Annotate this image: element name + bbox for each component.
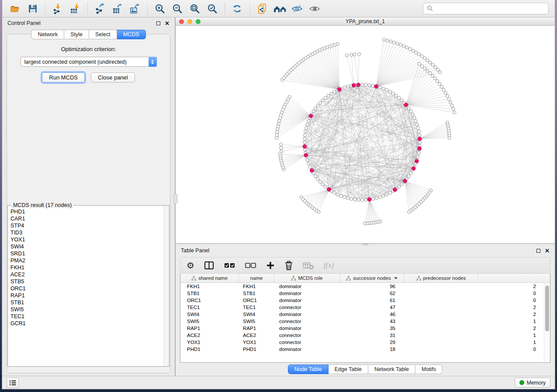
export-network-icon[interactable] [93,3,107,15]
network-graph[interactable] [176,26,555,243]
cell-name: STB1 [239,291,274,296]
table-row[interactable]: STB1STB1dominator620 [180,290,550,297]
run-mcds-button[interactable]: Run MCDS [42,72,85,83]
mcds-result-item[interactable]: PMA2 [10,257,163,264]
mcds-list-scrollbar[interactable] [163,206,169,366]
first-neighbors-icon[interactable] [273,3,286,15]
mcds-result-item[interactable]: RAP1 [10,292,163,299]
memory-button[interactable]: Memory [515,378,550,388]
mcds-result-item[interactable]: YOX1 [10,236,163,243]
table-row[interactable]: TEC1TEC1connector472 [180,304,550,311]
sort-descending-icon [394,277,398,279]
search-box[interactable] [423,3,549,14]
add-column-icon[interactable] [266,260,275,271]
select-all-icon[interactable] [224,260,235,271]
mcds-result-item[interactable]: SWI4 [10,243,163,250]
table-row[interactable]: ACE2ACE2connector311 [180,332,550,339]
panel-splitter-grip[interactable] [173,194,177,203]
mcds-result-item[interactable]: CAR1 [10,215,163,222]
mcds-result-item[interactable]: FKH1 [10,264,163,271]
zoom-selected-icon[interactable] [206,3,219,15]
mcds-result-item[interactable]: ORC1 [10,285,163,292]
cell-mcds-role: connector [274,333,340,338]
maximize-window-icon[interactable] [196,19,201,24]
cell-shared-name: STB1 [180,291,239,296]
export-image-icon[interactable] [128,3,142,15]
cell-successor-nodes: 35 [340,326,404,331]
import-network-icon[interactable] [51,3,64,15]
refresh-layout-icon[interactable] [231,3,244,15]
cell-successor-nodes: 62 [340,291,404,296]
show-all-icon[interactable] [308,3,321,15]
column-header-MCDS-role[interactable]: MCDS role [274,274,340,282]
tab-edge-table[interactable]: Edge Table [329,364,368,374]
close-panel-icon[interactable]: ✕ [165,21,170,26]
optimization-criterion-label: Optimization criterion: [61,46,116,52]
mcds-result-item[interactable]: GCR1 [10,320,163,327]
table-row[interactable]: SWI4SWI4dominator462 [180,311,550,318]
zoom-out-icon[interactable] [171,3,184,15]
column-layout-icon[interactable] [204,260,214,271]
optimization-criterion-select[interactable]: largest connected component (undirected) [21,57,157,67]
mcds-result-item[interactable]: ACE2 [10,271,163,278]
close-window-icon[interactable] [179,19,184,24]
open-icon[interactable] [9,3,22,15]
delete-column-icon[interactable] [284,260,293,271]
tab-select[interactable]: Select [89,30,117,39]
column-header-name[interactable]: name [239,274,274,282]
column-header-successor-nodes[interactable]: successor nodes [340,274,404,282]
scrollbar-thumb[interactable] [545,285,549,331]
cell-name: SWI5 [239,319,274,324]
cell-shared-name: SWI5 [180,319,239,324]
float-table-panel-icon[interactable] [536,249,540,253]
column-header-predecessor-nodes[interactable]: predecessor nodes [404,274,478,282]
minimize-window-icon[interactable] [187,19,192,24]
export-table-icon[interactable] [111,3,124,15]
delete-table-icon[interactable] [303,260,314,271]
tab-motifs[interactable]: Motifs [415,364,443,374]
settings-gear-icon[interactable]: ⚙ [187,260,194,271]
clone-network-icon[interactable] [256,3,269,15]
table-row[interactable]: SWI5SWI5connector431 [180,318,550,325]
tab-mcds[interactable]: MCDS [117,30,146,39]
table-row[interactable]: RAP1RAP1dominator352 [180,325,550,332]
search-input[interactable] [433,6,545,12]
table-scrollbar[interactable] [544,283,550,362]
cell-shared-name: RAP1 [180,326,239,331]
zoom-in-icon[interactable] [153,3,166,15]
deselect-all-icon[interactable] [245,260,256,271]
tab-network[interactable]: Network [31,30,64,39]
mcds-result-item[interactable]: STP4 [10,222,163,229]
mcds-result-item[interactable]: STB5 [10,278,163,285]
cell-successor-nodes: 18 [340,347,404,352]
network-canvas[interactable] [176,26,555,243]
mcds-result-item[interactable]: PHD1 [10,208,163,215]
column-header-shared-name[interactable]: shared name [180,274,239,282]
table-row[interactable]: PHD1PHD1dominator180 [180,346,550,353]
memory-status-icon [519,380,524,385]
function-builder-icon[interactable]: f(x) [324,260,334,271]
mcds-result-item[interactable]: SWI5 [10,306,163,313]
tab-style[interactable]: Style [64,30,89,39]
mcds-result-item[interactable]: SRD1 [10,250,163,257]
search-icon [427,5,433,12]
table-row[interactable]: ORC1ORC1dominator610 [180,297,550,304]
table-row[interactable]: FKH1FKH1dominator962 [180,283,550,290]
task-history-button[interactable] [7,378,19,388]
mcds-result-item[interactable]: STB1 [10,299,163,306]
zoom-fit-icon[interactable] [188,3,201,15]
close-panel-button[interactable]: Close panel [91,72,135,83]
mcds-result-list[interactable]: PHD1CAR1STP4TID3YOX1SWI4SRD1PMA2FKH1ACE2… [8,206,163,366]
mcds-result-item[interactable]: TEC1 [10,313,163,320]
tab-network-table[interactable]: Network Table [368,364,415,374]
hide-selected-icon[interactable] [291,3,304,15]
mcds-result-item[interactable]: TID3 [10,229,163,236]
cell-mcds-role: dominator [274,326,340,331]
table-row[interactable]: YOX1YOX1connector291 [180,339,550,346]
save-icon[interactable] [26,3,39,15]
tab-node-table[interactable]: Node Table [288,364,329,374]
import-table-icon[interactable] [69,3,82,15]
cell-shared-name: TEC1 [180,305,239,310]
float-panel-icon[interactable] [156,21,160,25]
close-table-panel-icon[interactable]: ✕ [545,248,550,254]
